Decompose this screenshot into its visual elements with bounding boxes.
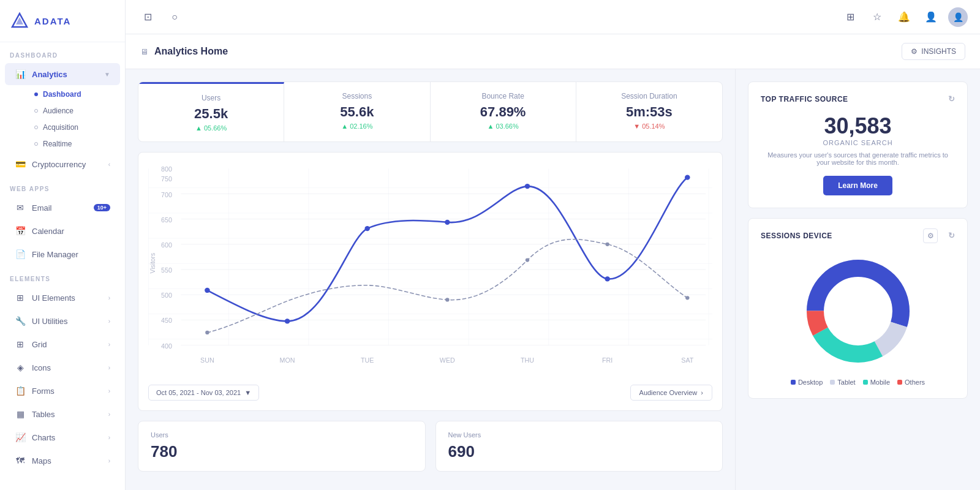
- stat-bounce[interactable]: Bounce Rate 67.89% ▲ 03.66%: [431, 82, 576, 141]
- dot-acquisition: [34, 126, 38, 129]
- svg-text:600: 600: [161, 241, 172, 249]
- sidebar-item-calendar[interactable]: 📅 Calendar: [5, 220, 120, 242]
- expand-icon[interactable]: ⊡: [138, 7, 157, 27]
- svg-text:SAT: SAT: [681, 357, 694, 364]
- sidebar-item-filemanager[interactable]: 📄 File Manager: [5, 243, 120, 265]
- stat-bounce-change: ▲ 03.66%: [443, 123, 564, 130]
- svg-text:700: 700: [161, 191, 172, 198]
- sidebar-sub-realtime[interactable]: Realtime: [24, 136, 120, 152]
- topbar-right: ⊞ ☆ 🔔 👤 👤: [840, 7, 968, 27]
- right-panel: TOP TRAFFIC SOURCE ↻ 30,583 ORGANIC SEAR…: [735, 69, 980, 490]
- dot-dashboard: [34, 92, 38, 96]
- uiutilities-chevron: ›: [108, 318, 110, 325]
- sidebar-sub-audience[interactable]: Audience: [24, 103, 120, 119]
- learn-more-button[interactable]: Learn More: [823, 176, 892, 195]
- mobile-dot: [863, 380, 868, 385]
- realtime-label: Realtime: [43, 140, 72, 148]
- analytics-chevron: ▼: [104, 71, 110, 78]
- forms-chevron: ›: [108, 388, 110, 394]
- dashboard-label: Dashboard: [43, 90, 81, 99]
- settings-icon[interactable]: ⚙: [923, 228, 938, 243]
- tablet-label: Tablet: [837, 379, 855, 386]
- main-chart-card: 400 450 500 550 600 650 700 750 800 Visi…: [138, 152, 723, 411]
- sidebar: ADATA DASHBOARD 📊 Analytics ▼ Dashboard …: [0, 0, 126, 490]
- donut-chart-container: [761, 250, 955, 372]
- grid-label: Grid: [32, 340, 47, 349]
- uielements-icon: ⊞: [15, 292, 26, 303]
- traffic-card-header: TOP TRAFFIC SOURCE ↻: [761, 94, 955, 104]
- stat-users[interactable]: Users 25.5k ▲ 05.66%: [138, 82, 284, 141]
- analytics-icon: 📊: [15, 69, 26, 80]
- page-header: 🖥 Analytics Home ⚙ INSIGHTS: [126, 34, 980, 69]
- traffic-refresh-icon[interactable]: ↻: [948, 94, 956, 104]
- stat-sessions-value: 55.6k: [296, 104, 417, 120]
- svg-point-37: [605, 243, 609, 246]
- date-range-button[interactable]: Oct 05, 2021 - Nov 03, 2021 ▼: [148, 385, 259, 401]
- tablet-dot: [830, 380, 835, 385]
- stat-duration[interactable]: Session Duration 5m:53s ▼ 05.14%: [576, 82, 722, 141]
- star-icon[interactable]: ☆: [867, 7, 887, 27]
- sidebar-item-email[interactable]: ✉ Email 10+: [5, 197, 120, 219]
- sidebar-item-grid[interactable]: ⊞ Grid ›: [5, 333, 120, 355]
- sidebar-item-maps[interactable]: 🗺 Maps ›: [5, 450, 120, 472]
- stat-sessions[interactable]: Sessions 55.6k ▲ 02.16%: [284, 82, 430, 141]
- sidebar-item-uiutilities[interactable]: 🔧 UI Utilities ›: [5, 310, 120, 332]
- svg-text:SUN: SUN: [200, 357, 214, 364]
- sidebar-sub-acquisition[interactable]: Acquisition: [24, 119, 120, 135]
- analytics-label: Analytics: [32, 70, 67, 79]
- traffic-desc: Measures your user's sources that genera…: [761, 151, 955, 166]
- forms-icon: 📋: [15, 385, 26, 396]
- svg-text:Visitors: Visitors: [149, 253, 156, 274]
- dot-realtime: [34, 142, 38, 146]
- traffic-title: TOP TRAFFIC SOURCE: [761, 95, 848, 104]
- stat-sessions-change: ▲ 02.16%: [296, 123, 417, 130]
- sidebar-item-cryptocurrency[interactable]: 💳 Cryptocurrency ‹: [5, 153, 120, 175]
- sidebar-item-uielements[interactable]: ⊞ UI Elements ›: [5, 287, 120, 309]
- svg-text:550: 550: [161, 266, 172, 274]
- forms-label: Forms: [32, 386, 55, 396]
- legend-mobile: Mobile: [863, 379, 890, 386]
- svg-text:FRI: FRI: [602, 357, 612, 364]
- donut-legend: Desktop Tablet Mobile Others: [761, 379, 955, 386]
- svg-point-30: [445, 220, 450, 225]
- svg-rect-2: [148, 168, 712, 345]
- sidebar-item-icons[interactable]: ◈ Icons ›: [5, 356, 120, 379]
- arrow-up-icon-3: ▲: [488, 123, 494, 130]
- sidebar-item-forms[interactable]: 📋 Forms ›: [5, 380, 120, 402]
- stat-users-label: Users: [151, 94, 271, 102]
- stats-row: Users 25.5k ▲ 05.66% Sessions 55.6k ▲ 02…: [138, 81, 723, 142]
- sidebar-item-charts[interactable]: 📈 Charts ›: [5, 426, 120, 448]
- date-range-label: Oct 05, 2021 - Nov 03, 2021: [156, 389, 241, 396]
- sidebar-item-analytics[interactable]: 📊 Analytics ▼: [5, 63, 120, 85]
- grid-apps-icon[interactable]: ⊞: [840, 7, 860, 27]
- svg-point-34: [205, 331, 209, 334]
- insights-gear-icon: ⚙: [911, 47, 918, 56]
- maps-chevron: ›: [108, 458, 110, 464]
- user-icon[interactable]: 👤: [921, 7, 941, 27]
- sessions-refresh-icon[interactable]: ↻: [948, 231, 956, 240]
- visitors-chart: 400 450 500 550 600 650 700 750 800 Visi…: [148, 162, 712, 377]
- avatar[interactable]: 👤: [948, 7, 968, 27]
- insights-button[interactable]: ⚙ INSIGHTS: [902, 43, 965, 60]
- mini-stat-new-users: New Users 690: [435, 421, 723, 472]
- stat-bounce-label: Bounce Rate: [443, 92, 564, 100]
- acquisition-label: Acquisition: [43, 123, 78, 132]
- filemanager-icon: 📄: [15, 249, 26, 260]
- icons-chevron: ›: [108, 364, 110, 371]
- mini-stat-new-users-label: New Users: [448, 431, 710, 439]
- grid-icon: ⊞: [15, 339, 26, 350]
- bell-icon[interactable]: 🔔: [894, 7, 914, 27]
- icons-label: Icons: [32, 363, 51, 372]
- sidebar-item-tables[interactable]: ▦ Tables ›: [5, 403, 120, 425]
- stat-duration-value: 5m:53s: [589, 104, 710, 120]
- svg-point-33: [685, 175, 690, 180]
- svg-point-28: [285, 318, 290, 323]
- maps-icon: 🗺: [15, 455, 26, 466]
- search-icon[interactable]: ○: [165, 7, 184, 27]
- arrow-up-icon-2: ▲: [341, 123, 348, 130]
- audience-overview-button[interactable]: Audience Overview ›: [630, 385, 712, 401]
- bottom-stats-row: Users 780 New Users 690: [138, 421, 723, 472]
- filemanager-label: File Manager: [32, 250, 78, 259]
- arrow-down-icon: ▼: [633, 123, 640, 130]
- sidebar-sub-dashboard[interactable]: Dashboard: [24, 86, 120, 102]
